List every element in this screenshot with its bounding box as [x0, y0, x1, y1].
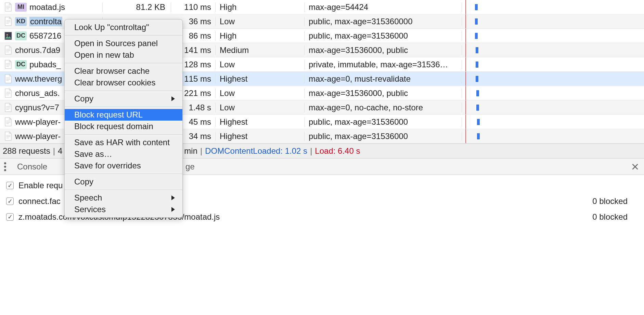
tab-console[interactable]: Console	[14, 162, 50, 172]
waterfall-bar	[475, 33, 478, 39]
document-file-icon	[4, 45, 12, 55]
svg-rect-11	[6, 63, 10, 64]
document-file-icon	[4, 60, 12, 69]
enable-blocking-label: Enable requ	[18, 181, 63, 190]
ctx-speech-submenu[interactable]: Speech	[65, 192, 182, 204]
col-priority: Highest	[216, 117, 305, 127]
ctx-separator	[65, 134, 182, 135]
ctx-separator	[65, 35, 182, 36]
blocking-pattern-checkbox[interactable]	[6, 213, 14, 221]
col-waterfall	[462, 0, 644, 14]
svg-rect-22	[6, 109, 9, 110]
svg-rect-28	[6, 138, 9, 138]
svg-rect-8	[6, 49, 10, 50]
context-menu: Look Up "controltag" Open in Sources pan…	[64, 19, 183, 218]
col-cache-control: max-age=54424	[305, 2, 462, 12]
col-waterfall	[462, 43, 644, 57]
status-separator: |	[53, 146, 55, 156]
blocking-pattern-checkbox[interactable]	[6, 197, 14, 205]
request-name: chorus_ads.	[15, 88, 60, 98]
document-file-icon	[4, 74, 12, 84]
ctx-services-submenu[interactable]: Services	[65, 204, 182, 215]
ctx-copy-submenu[interactable]: Copy	[65, 93, 182, 105]
tab-other-fragment[interactable]: ge	[183, 162, 197, 172]
svg-rect-3	[6, 20, 10, 21]
col-waterfall	[462, 29, 644, 43]
ctx-separator	[65, 174, 182, 174]
waterfall-load-line	[465, 72, 466, 86]
col-cache-control: max-age=31536000, public	[305, 88, 462, 98]
ctx-clear-cache[interactable]: Clear browser cache	[65, 65, 182, 77]
blocking-count: 0 blocked	[592, 196, 638, 206]
document-file-icon	[4, 2, 12, 12]
initiator-badge: DC	[15, 60, 27, 69]
ctx-block-request-url[interactable]: Block request URL	[65, 109, 182, 121]
ctx-lookup[interactable]: Look Up "controltag"	[65, 22, 182, 33]
status-finish-fragment: min	[184, 146, 197, 156]
ctx-clear-cookies[interactable]: Clear browser cookies	[65, 77, 182, 88]
ctx-separator	[65, 107, 182, 107]
col-time: 110 ms	[171, 2, 216, 12]
request-name: controlta	[29, 17, 62, 26]
waterfall-load-line	[465, 86, 466, 100]
svg-rect-12	[6, 65, 10, 65]
network-row[interactable]: MImoatad.js81.2 KB110 msHighmax-age=5442…	[0, 0, 644, 14]
request-name: www-player-	[15, 117, 61, 127]
ctx-separator	[65, 91, 182, 91]
request-name: 6587216	[29, 31, 61, 41]
col-priority: Low	[216, 17, 305, 26]
svg-rect-2	[6, 9, 9, 9]
ctx-save-har[interactable]: Save as HAR with content	[65, 137, 182, 148]
col-priority: High	[216, 2, 305, 12]
waterfall-bar	[475, 18, 478, 25]
waterfall-load-line	[465, 57, 466, 71]
status-domcontentloaded: DOMContentLoaded: 1.02 s	[205, 146, 307, 156]
svg-rect-24	[6, 122, 10, 123]
col-cache-control: public, max-age=31536000	[305, 132, 462, 141]
submenu-arrow-icon	[171, 195, 175, 200]
ctx-save-as[interactable]: Save as…	[65, 148, 182, 160]
waterfall-load-line	[465, 100, 466, 114]
waterfall-load-line	[465, 14, 466, 28]
document-file-icon	[4, 88, 12, 98]
waterfall-load-line	[465, 0, 466, 14]
blocking-pattern-text: connect.fac	[18, 196, 61, 206]
ctx-open-sources[interactable]: Open in Sources panel	[65, 38, 182, 49]
col-waterfall	[462, 86, 644, 100]
waterfall-bar	[476, 61, 478, 68]
col-waterfall	[462, 72, 644, 86]
request-name: cygnus?v=7	[15, 103, 59, 112]
svg-rect-16	[6, 80, 9, 81]
svg-rect-27	[6, 136, 10, 137]
waterfall-bar	[475, 4, 478, 10]
waterfall-load-line	[465, 43, 466, 57]
drawer-menu-icon[interactable]	[4, 162, 6, 171]
col-priority: Highest	[216, 132, 305, 141]
document-file-icon	[4, 17, 12, 26]
request-name: www-player-	[15, 132, 61, 141]
col-priority: Highest	[216, 74, 305, 84]
col-priority: Low	[216, 88, 305, 98]
col-priority: Low	[216, 60, 305, 69]
image-file-icon	[4, 31, 12, 41]
col-waterfall	[462, 115, 644, 129]
status-separator: |	[310, 146, 312, 156]
waterfall-bar	[477, 119, 480, 125]
ctx-copy[interactable]: Copy	[65, 176, 182, 188]
waterfall-bar	[477, 133, 480, 139]
waterfall-load-line	[465, 29, 466, 43]
svg-rect-15	[6, 79, 10, 80]
col-cache-control: private, immutable, max-age=31536…	[305, 60, 462, 69]
svg-rect-17	[6, 92, 10, 93]
waterfall-bar	[476, 105, 479, 111]
svg-rect-4	[6, 22, 10, 22]
ctx-block-request-domain[interactable]: Block request domain	[65, 121, 182, 132]
status-transfer-fragment: 4	[58, 146, 62, 156]
ctx-open-newtab[interactable]: Open in new tab	[65, 49, 182, 61]
svg-rect-13	[6, 66, 9, 67]
enable-blocking-checkbox[interactable]	[6, 182, 14, 189]
ctx-save-overrides[interactable]: Save for overrides	[65, 160, 182, 172]
col-cache-control: public, max-age=31536000	[305, 31, 462, 41]
close-drawer-button[interactable]	[630, 162, 640, 172]
col-cache-control: max-age=31536000, public	[305, 45, 462, 55]
